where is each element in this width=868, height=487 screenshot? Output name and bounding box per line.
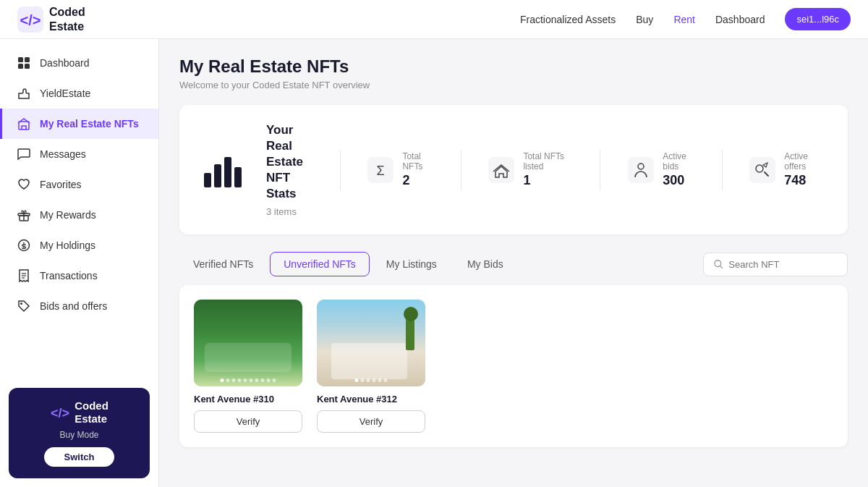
sidebar-mode-label: Buy Mode: [59, 430, 98, 440]
dot: [226, 378, 230, 382]
stats-chart-icon: [200, 147, 246, 193]
dot: [378, 378, 382, 382]
nav-dashboard[interactable]: Dashboard: [715, 14, 765, 25]
stat-nfts-listed-info: Total NFTs listed 1: [523, 151, 572, 188]
svg-rect-21: [488, 157, 514, 183]
svg-point-13: [20, 302, 22, 305]
stats-items-count: 3 items: [266, 206, 320, 217]
nft-dots-0: [221, 378, 276, 382]
svg-rect-3: [25, 57, 30, 62]
svg-rect-17: [224, 157, 231, 187]
tab-my-listings[interactable]: My Listings: [373, 252, 451, 276]
dot: [261, 378, 265, 382]
stats-card: Your Real Estate NFT Stats 3 items Σ Tot…: [179, 105, 848, 234]
puzzle-icon: [17, 86, 31, 101]
chat-icon: [17, 147, 31, 161]
nft-grid-section: Kent Avenue #310 Verify: [179, 285, 848, 447]
gift-icon: [17, 208, 31, 222]
stats-divider-2: [461, 150, 461, 190]
nft-tabs: Verified NFTs Unverified NFTs My Listing…: [179, 252, 517, 276]
switch-button[interactable]: Switch: [44, 447, 115, 467]
dot: [384, 378, 388, 382]
stat-total-nfts: Σ Total NFTs 2: [360, 151, 440, 188]
offers-icon: [749, 156, 775, 185]
top-navigation: </> Coded Estate Fractionalized Assets B…: [0, 0, 868, 39]
svg-text:</>: </>: [20, 12, 41, 28]
sidebar-label-messages: Messages: [40, 148, 86, 160]
tab-verified-nfts[interactable]: Verified NFTs: [179, 252, 267, 276]
logo: </> Coded Estate: [17, 5, 85, 33]
wallet-button[interactable]: sei1...l96c: [785, 8, 851, 30]
nft-search-box[interactable]: [703, 253, 848, 276]
page-title: My Real Estate NFTs: [179, 56, 848, 77]
stats-divider-3: [600, 150, 600, 190]
sidebar-promo-logo-text: Coded Estate: [75, 399, 109, 425]
sidebar-promo-card: </> Coded Estate Buy Mode Switch: [9, 388, 150, 478]
nft-name-0: Kent Avenue #310: [194, 394, 302, 405]
svg-text:</>: </>: [51, 406, 69, 420]
dollar-icon: [17, 238, 31, 253]
tag-icon: [17, 299, 31, 313]
stat-nfts-listed: Total NFTs listed 1: [481, 151, 579, 188]
sidebar-item-holdings[interactable]: My Holdings: [0, 230, 158, 261]
dot: [361, 378, 365, 382]
sidebar-promo-logo-icon: </>: [50, 402, 70, 423]
nav-buy[interactable]: Buy: [636, 14, 653, 25]
sidebar-label-favorites: Favorites: [40, 179, 82, 190]
nav-rent[interactable]: Rent: [673, 14, 695, 25]
nft-verify-button-0[interactable]: Verify: [194, 410, 302, 433]
dot: [373, 378, 376, 382]
app-layout: Dashboard YieldEstate: [0, 39, 868, 487]
stats-title: Your Real Estate NFT Stats: [266, 122, 320, 202]
sidebar-item-yieldestate[interactable]: YieldEstate: [0, 78, 158, 109]
svg-rect-18: [234, 167, 242, 187]
sidebar-label-bids: Bids and offers: [40, 300, 107, 312]
stat-active-bids: Active bids 300: [621, 151, 701, 188]
grid-icon: [17, 56, 31, 70]
dot: [221, 378, 224, 382]
building-icon: [17, 117, 31, 131]
sidebar-label-yieldestate: YieldEstate: [40, 88, 90, 99]
sidebar-label-transactions: Transactions: [40, 270, 98, 281]
tab-unverified-nfts[interactable]: Unverified NFTs: [270, 252, 370, 276]
sidebar-item-favorites[interactable]: Favorites: [0, 169, 158, 200]
sidebar-label-my-nfts: My Real Estate NFTs: [40, 118, 139, 130]
person-icon: [628, 156, 654, 185]
sidebar-item-rewards[interactable]: My Rewards: [0, 200, 158, 230]
svg-rect-4: [18, 64, 23, 69]
tab-my-bids[interactable]: My Bids: [454, 252, 517, 276]
nav-links: Fractionalized Assets Buy Rent Dashboard…: [520, 8, 851, 30]
nft-image-0: [194, 300, 302, 386]
sidebar-label-holdings: My Holdings: [40, 240, 95, 251]
heart-icon: [17, 177, 31, 192]
sidebar-item-transactions[interactable]: Transactions: [0, 261, 158, 291]
dot: [267, 378, 271, 382]
nft-grid: Kent Avenue #310 Verify: [194, 300, 833, 433]
sigma-icon: Σ: [367, 156, 393, 185]
house-icon: [488, 156, 514, 185]
stat-active-bids-info: Active bids 300: [663, 151, 694, 188]
svg-rect-16: [214, 164, 221, 187]
sidebar-item-bids[interactable]: Bids and offers: [0, 291, 158, 321]
svg-rect-5: [25, 64, 30, 69]
main-content: My Real Estate NFTs Welcome to your Code…: [159, 39, 868, 487]
nft-name-1: Kent Avenue #312: [317, 394, 425, 405]
sidebar-label-dashboard: Dashboard: [40, 57, 90, 69]
svg-rect-15: [204, 173, 211, 187]
sidebar-item-my-nfts[interactable]: My Real Estate NFTs: [0, 109, 158, 139]
nav-fractionalized[interactable]: Fractionalized Assets: [520, 14, 616, 25]
search-input[interactable]: [728, 259, 837, 270]
sidebar-item-messages[interactable]: Messages: [0, 139, 158, 169]
svg-text:Σ: Σ: [377, 164, 385, 178]
sidebar-nav: Dashboard YieldEstate: [0, 39, 158, 379]
receipt-icon: [17, 268, 31, 283]
nft-verify-button-1[interactable]: Verify: [317, 410, 425, 433]
page-subtitle: Welcome to your Coded Estate NFT overvie…: [179, 80, 848, 90]
stats-divider-1: [340, 150, 341, 190]
svg-rect-2: [18, 57, 23, 62]
dot: [244, 378, 247, 382]
sidebar-item-dashboard[interactable]: Dashboard: [0, 48, 158, 78]
svg-rect-22: [628, 157, 654, 183]
sidebar-label-rewards: My Rewards: [40, 209, 96, 221]
dot: [273, 378, 276, 382]
